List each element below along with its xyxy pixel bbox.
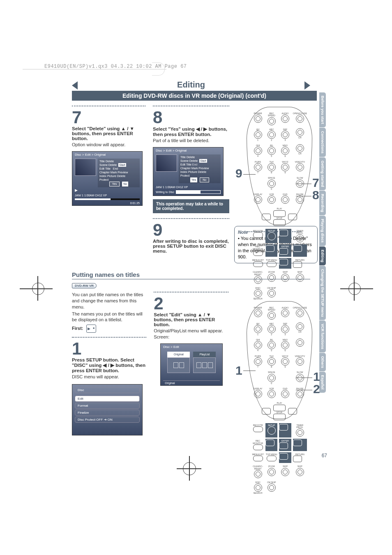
disc-menu-header: Disc <box>75 387 140 393</box>
osd-8-yes[interactable]: Yes <box>190 177 197 182</box>
disc-menu-format[interactable]: Format <box>75 403 140 409</box>
osd-7-thumbnail <box>75 159 96 176</box>
osd-7-no[interactable]: No <box>122 182 128 186</box>
setup-button[interactable] <box>267 232 276 240</box>
callout-2-right: 2 <box>313 382 320 396</box>
osd-8-foot-left: JAN/ 1 1:00AM CH12 XP <box>156 186 188 189</box>
menu-list-button[interactable] <box>253 261 263 267</box>
tab-playing-discs[interactable]: Playing discs <box>319 216 326 246</box>
top-menu-button[interactable] <box>267 261 277 267</box>
callout-1-left: 1 <box>235 364 242 378</box>
first-label: First: <box>72 326 83 331</box>
rec-speed-button[interactable] <box>267 117 276 125</box>
callout-9: 9 <box>235 166 242 180</box>
page-heading-wrap: Editing Editing DVD-RW discs in VR mode … <box>72 80 310 101</box>
key-2[interactable] <box>267 131 276 139</box>
osd-step-2: Disc > Edit Original PlayList Original <box>160 343 223 386</box>
page-number: 67 <box>322 453 327 458</box>
section2-intro1: You can put title names on the titles an… <box>72 292 146 310</box>
play-button[interactable] <box>273 210 286 217</box>
audio-button[interactable] <box>281 115 289 123</box>
tab-before-you-start[interactable]: Before you start <box>319 92 326 127</box>
page-title: Editing <box>79 80 303 90</box>
setup-button-2[interactable] <box>267 426 276 435</box>
down-button[interactable] <box>279 259 288 265</box>
callout-1-right: 1 <box>313 370 320 384</box>
tab-others[interactable]: Others <box>319 353 326 371</box>
tab-editing[interactable]: Editing <box>319 246 326 266</box>
ruler-cap <box>152 62 165 76</box>
key-6[interactable] <box>281 147 289 155</box>
step-7: 7 Select "Delete" using ▲ / ▼ buttons, t… <box>72 105 145 253</box>
key-1[interactable] <box>254 131 262 139</box>
display-button[interactable] <box>254 196 262 204</box>
page: E9410UD(EN/SP)v1.qx3 04.3.22 10:02 AM Pa… <box>0 0 392 555</box>
step-2-body: Original/PlayList menu will appear. Scre… <box>154 328 228 340</box>
step-8-number: 8 <box>153 109 229 126</box>
dvd-button[interactable] <box>281 196 289 204</box>
disc-menu-edit[interactable]: Edit <box>75 396 140 402</box>
open-close-button[interactable] <box>296 115 304 123</box>
tab-recording[interactable]: Recording <box>319 191 326 216</box>
step-7-number: 7 <box>72 109 145 126</box>
section2-col-left: You can put title names on the titles an… <box>72 291 146 435</box>
disc-menu-finalize[interactable]: Finalize <box>75 410 140 416</box>
pause-button[interactable] <box>296 196 304 204</box>
key-8[interactable] <box>267 163 276 171</box>
tab-setup-menu[interactable]: Changing the SETUP menu <box>319 266 326 320</box>
tab-getting-started[interactable]: Getting started <box>319 157 326 190</box>
enter-button[interactable] <box>279 248 288 255</box>
section2-heading: Putting names on titles <box>72 271 310 278</box>
callout-7: 7 <box>312 176 319 190</box>
ch-down-button[interactable] <box>296 144 304 152</box>
step-2-title: Select "Edit" using ▲ / ▼ buttons, then … <box>154 312 228 327</box>
osd-8-thumbnail <box>156 154 177 172</box>
tab-vcr-functions[interactable]: VCR functions <box>319 320 326 352</box>
key-3[interactable] <box>281 131 289 139</box>
reg-mark-left <box>20 280 53 297</box>
osd-2-path: Disc > Edit <box>161 344 222 350</box>
osd-7-timer: 0:01:25 <box>130 202 140 205</box>
enter-button-2[interactable] <box>279 442 288 449</box>
callout-8: 8 <box>312 188 319 202</box>
key-9[interactable] <box>281 163 289 171</box>
disc-menu-protect[interactable]: Disc Protect OFF ➔ ON <box>75 417 140 423</box>
return-button[interactable] <box>293 261 302 268</box>
key-5[interactable] <box>267 147 276 155</box>
osd-step-8: Disc > Edit > Original Title Delete Scen… <box>153 147 224 196</box>
ff-button[interactable] <box>288 214 297 220</box>
video-tv-button[interactable] <box>296 163 304 171</box>
power-button[interactable] <box>254 115 262 123</box>
ruler-line <box>23 69 166 69</box>
insert-disc-icon <box>86 325 96 333</box>
osd-8-writing: Writing to Disc <box>156 191 174 193</box>
dvd-rw-vr-logo: DVD-RW VR <box>72 283 97 288</box>
remote-bottom: POWER REC SPEED AUDIO OPEN/CLOSE @/!1 AB… <box>247 301 312 419</box>
osd-7-yes[interactable]: Yes <box>109 182 120 186</box>
key-4[interactable] <box>254 147 262 155</box>
osd-7-path: Disc > Edit > Original <box>72 152 142 158</box>
tile-playlist[interactable]: PlayList <box>193 352 216 373</box>
tab-connections[interactable]: Connections <box>319 128 326 157</box>
stop-button[interactable] <box>273 219 286 226</box>
vcr-button[interactable] <box>267 196 276 204</box>
step-9-number: 9 <box>153 221 229 239</box>
right-button[interactable] <box>293 245 302 252</box>
tile-original[interactable]: Original <box>167 352 190 373</box>
timer-prog-button[interactable] <box>296 234 304 242</box>
step-7-title: Select "Delete" using ▲ / ▼ buttons, the… <box>72 126 145 141</box>
key-7[interactable] <box>254 163 262 171</box>
up-button[interactable] <box>279 230 288 236</box>
rec-otr-button[interactable] <box>253 232 263 238</box>
remote-top: POWER REC SPEED AUDIO OPEN/CLOSE @/!1 AB… <box>247 107 312 225</box>
ch-up-button[interactable] <box>296 128 304 136</box>
key-0[interactable] <box>267 180 276 188</box>
side-tabs: Before you start Connections Getting sta… <box>319 92 328 446</box>
left-button[interactable] <box>265 245 274 252</box>
rec-monitor-button[interactable] <box>253 250 263 256</box>
osd-8-no[interactable]: No <box>200 177 209 182</box>
rew-button[interactable] <box>262 214 271 220</box>
warning-box: This operation may take a while to be co… <box>153 199 229 213</box>
step-1-body: DISC menu will appear. <box>72 374 146 380</box>
tab-espanol[interactable]: Español <box>319 372 326 393</box>
